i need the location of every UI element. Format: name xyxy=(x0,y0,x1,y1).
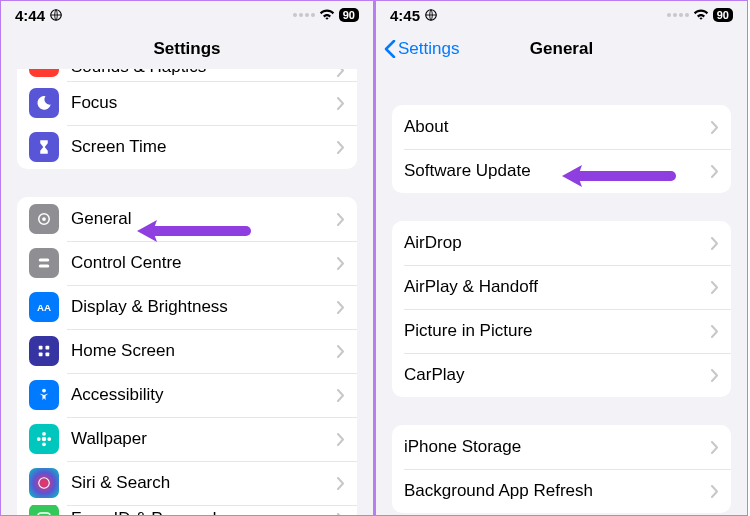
row-label: Screen Time xyxy=(71,137,337,157)
row-airplay-handoff[interactable]: AirPlay & Handoff xyxy=(392,265,731,309)
chevron-right-icon xyxy=(337,69,345,77)
row-general[interactable]: General xyxy=(17,197,357,241)
flower-icon xyxy=(29,424,59,454)
row-label: Sounds & Haptics xyxy=(71,69,337,77)
aa-icon: AA xyxy=(29,292,59,322)
row-face-id[interactable]: Face ID & Passcode xyxy=(17,505,357,516)
status-bar: 4:44 90 xyxy=(1,1,373,29)
chevron-right-icon xyxy=(337,141,345,154)
svg-point-13 xyxy=(42,442,46,446)
row-control-centre[interactable]: Control Centre xyxy=(17,241,357,285)
cell-dots-icon xyxy=(293,13,315,17)
settings-list[interactable]: Sounds & Haptics Focus Screen Time Gener… xyxy=(1,69,373,516)
nav-header: Settings xyxy=(1,29,373,69)
row-home-screen[interactable]: Home Screen xyxy=(17,329,357,373)
page-title: Settings xyxy=(153,39,220,59)
chevron-right-icon xyxy=(711,237,719,250)
chevron-right-icon xyxy=(337,97,345,110)
row-iphone-storage[interactable]: iPhone Storage xyxy=(392,425,731,469)
row-label: Focus xyxy=(71,93,337,113)
row-label: Software Update xyxy=(404,161,711,181)
row-display-brightness[interactable]: AA Display & Brightness xyxy=(17,285,357,329)
row-label: iPhone Storage xyxy=(404,437,711,457)
row-label: About xyxy=(404,117,711,137)
chevron-right-icon xyxy=(337,389,345,402)
chevron-right-icon xyxy=(337,213,345,226)
svg-point-15 xyxy=(47,437,51,441)
settings-group: iPhone Storage Background App Refresh xyxy=(392,425,731,513)
row-label: Background App Refresh xyxy=(404,481,711,501)
row-label: Accessibility xyxy=(71,385,337,405)
row-label: Picture in Picture xyxy=(404,321,711,341)
battery-icon: 90 xyxy=(339,8,359,22)
row-label: AirDrop xyxy=(404,233,711,253)
status-time: 4:44 xyxy=(15,7,45,24)
row-about[interactable]: About xyxy=(392,105,731,149)
grid-icon xyxy=(29,336,59,366)
wifi-icon xyxy=(693,9,709,21)
chevron-right-icon xyxy=(711,281,719,294)
settings-group: Sounds & Haptics Focus Screen Time xyxy=(17,69,357,169)
back-button[interactable]: Settings xyxy=(384,39,459,59)
row-carplay[interactable]: CarPlay xyxy=(392,353,731,397)
sounds-icon xyxy=(29,69,59,77)
settings-group: General Control Centre AA Display & Brig… xyxy=(17,197,357,516)
screenshot-general: 4:45 90 Settings General About Software … xyxy=(374,0,748,516)
globe-icon xyxy=(424,8,438,22)
svg-point-2 xyxy=(42,217,46,221)
row-label: Wallpaper xyxy=(71,429,337,449)
row-screen-time[interactable]: Screen Time xyxy=(17,125,357,169)
page-title: General xyxy=(530,39,593,59)
chevron-right-icon xyxy=(711,325,719,338)
globe-icon xyxy=(49,8,63,22)
row-label: General xyxy=(71,209,337,229)
svg-text:AA: AA xyxy=(37,302,51,313)
row-picture-in-picture[interactable]: Picture in Picture xyxy=(392,309,731,353)
moon-icon xyxy=(29,88,59,118)
row-label: Siri & Search xyxy=(71,473,337,493)
chevron-right-icon xyxy=(337,513,345,517)
nav-header: Settings General xyxy=(376,29,747,69)
general-list[interactable]: About Software Update AirDrop AirPlay & … xyxy=(376,69,747,516)
svg-rect-6 xyxy=(39,346,43,350)
svg-rect-3 xyxy=(39,259,50,262)
status-time: 4:45 xyxy=(390,7,420,24)
row-label: Home Screen xyxy=(71,341,337,361)
svg-point-12 xyxy=(42,432,46,436)
svg-rect-9 xyxy=(46,353,50,357)
chevron-right-icon xyxy=(711,121,719,134)
chevron-right-icon xyxy=(711,165,719,178)
row-wallpaper[interactable]: Wallpaper xyxy=(17,417,357,461)
row-sounds-haptics[interactable]: Sounds & Haptics xyxy=(17,69,357,81)
gear-icon xyxy=(29,204,59,234)
chevron-right-icon xyxy=(711,369,719,382)
row-focus[interactable]: Focus xyxy=(17,81,357,125)
chevron-left-icon xyxy=(384,40,396,58)
chevron-right-icon xyxy=(337,301,345,314)
status-bar: 4:45 90 xyxy=(376,1,747,29)
chevron-right-icon xyxy=(337,433,345,446)
wifi-icon xyxy=(319,9,335,21)
row-accessibility[interactable]: Accessibility xyxy=(17,373,357,417)
svg-rect-4 xyxy=(39,265,50,268)
screenshot-settings: 4:44 90 Settings Sounds & Haptics Focus xyxy=(0,0,374,516)
row-label: AirPlay & Handoff xyxy=(404,277,711,297)
row-siri-search[interactable]: Siri & Search xyxy=(17,461,357,505)
settings-group: AirDrop AirPlay & Handoff Picture in Pic… xyxy=(392,221,731,397)
battery-icon: 90 xyxy=(713,8,733,22)
svg-point-16 xyxy=(39,478,50,489)
svg-rect-8 xyxy=(39,353,43,357)
svg-rect-7 xyxy=(46,346,50,350)
row-software-update[interactable]: Software Update xyxy=(392,149,731,193)
chevron-right-icon xyxy=(337,477,345,490)
svg-point-11 xyxy=(42,437,47,442)
row-label: CarPlay xyxy=(404,365,711,385)
back-label: Settings xyxy=(398,39,459,59)
row-label: Display & Brightness xyxy=(71,297,337,317)
row-background-app-refresh[interactable]: Background App Refresh xyxy=(392,469,731,513)
row-airdrop[interactable]: AirDrop xyxy=(392,221,731,265)
face-icon xyxy=(29,505,59,516)
switches-icon xyxy=(29,248,59,278)
chevron-right-icon xyxy=(711,441,719,454)
svg-point-14 xyxy=(37,437,41,441)
